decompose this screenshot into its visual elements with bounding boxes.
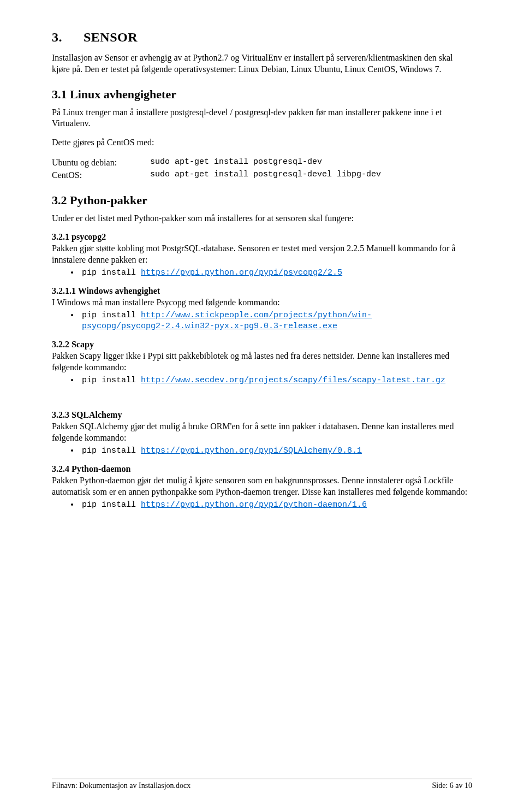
s321-paragraph-1: Pakken gjør støtte kobling mot PostgrSQL… — [52, 243, 472, 266]
subsubsection-3-2-1-heading: 3.2.1 psycopg2 — [52, 232, 472, 242]
pip-prefix: pip install — [82, 376, 141, 385]
pip-prefix: pip install — [82, 446, 141, 455]
link-sqlalchemy[interactable]: https://pypi.python.org/pypi/SQLAlchemy/… — [141, 446, 362, 455]
command-table: Ubuntu og debian: sudo apt-get install p… — [52, 156, 472, 181]
s31-paragraph-1: På Linux trenger man å installere postgr… — [52, 107, 472, 130]
os-label: CentOS: — [52, 169, 150, 181]
s322-paragraph-1: Pakken Scapy ligger ikke i Pypi sitt pak… — [52, 351, 472, 374]
os-label: Ubuntu og debian: — [52, 156, 150, 169]
s323-paragraph-1: Pakken SQLAlchemy gjør det mulig å bruke… — [52, 421, 472, 444]
pip-prefix: pip install — [82, 500, 141, 509]
subsubsection-3-2-4-heading: 3.2.4 Python-daemon — [52, 464, 472, 474]
section-number: 3. — [52, 30, 62, 44]
list-item: pip install https://pypi.python.org/pypi… — [79, 445, 472, 457]
s31-paragraph-2: Dette gjøres på CentOS med: — [52, 137, 472, 149]
link-psycopg2[interactable]: https://pypi.python.org/pypi/psycopg2/2.… — [141, 268, 342, 277]
page: 3. SENSOR Installasjon av Sensor er avhe… — [0, 0, 524, 812]
os-command: sudo apt-get install postgresql-devel li… — [150, 169, 381, 181]
list-item: pip install http://www.stickpeople.com/p… — [79, 310, 472, 333]
link-scapy[interactable]: http://www.secdev.org/projects/scapy/fil… — [141, 376, 445, 385]
bullet-list: pip install https://pypi.python.org/pypi… — [52, 267, 472, 278]
subsubsection-3-2-2-heading: 3.2.2 Scapy — [52, 340, 472, 349]
list-item: pip install https://pypi.python.org/pypi… — [79, 499, 472, 511]
bullet-list: pip install https://pypi.python.org/pypi… — [52, 499, 472, 511]
intro-paragraph: Installasjon av Sensor er avhengig av at… — [52, 52, 472, 75]
table-row: CentOS: sudo apt-get install postgresql-… — [52, 169, 472, 181]
list-item: pip install https://pypi.python.org/pypi… — [79, 267, 472, 278]
bullet-list: pip install http://www.stickpeople.com/p… — [52, 310, 472, 333]
s324-paragraph-1: Pakken Python-daemon gjør det mulig å kj… — [52, 475, 472, 498]
pip-prefix: pip install — [82, 311, 141, 320]
list-item: pip install http://www.secdev.org/projec… — [79, 375, 472, 386]
section-title: SENSOR — [84, 30, 138, 44]
page-footer: Filnavn: Dokumentasjon av Installasjon.d… — [52, 779, 472, 790]
pip-prefix: pip install — [82, 268, 141, 277]
subsection-3-1-heading: 3.1 Linux avhengigheter — [52, 87, 472, 102]
bullet-list: pip install http://www.secdev.org/projec… — [52, 375, 472, 386]
bullet-list: pip install https://pypi.python.org/pypi… — [52, 445, 472, 457]
subsubsubsection-3-2-1-1-heading: 3.2.1.1 Windows avhengighet — [52, 286, 472, 296]
s3211-paragraph-1: I Windows må man installere Psycopg med … — [52, 297, 472, 309]
subsection-3-2-heading: 3.2 Python-pakker — [52, 193, 472, 208]
s32-paragraph-1: Under er det listet med Python-pakker so… — [52, 213, 472, 224]
footer-page-number: Side: 6 av 10 — [432, 781, 473, 790]
section-heading: 3. SENSOR — [52, 30, 472, 45]
os-command: sudo apt-get install postgresql-dev — [150, 156, 322, 169]
footer-filename: Filnavn: Dokumentasjon av Installasjon.d… — [52, 781, 190, 790]
subsubsection-3-2-3-heading: 3.2.3 SQLAlchemy — [52, 410, 472, 420]
link-python-daemon[interactable]: https://pypi.python.org/pypi/python-daem… — [141, 500, 367, 509]
table-row: Ubuntu og debian: sudo apt-get install p… — [52, 156, 472, 169]
